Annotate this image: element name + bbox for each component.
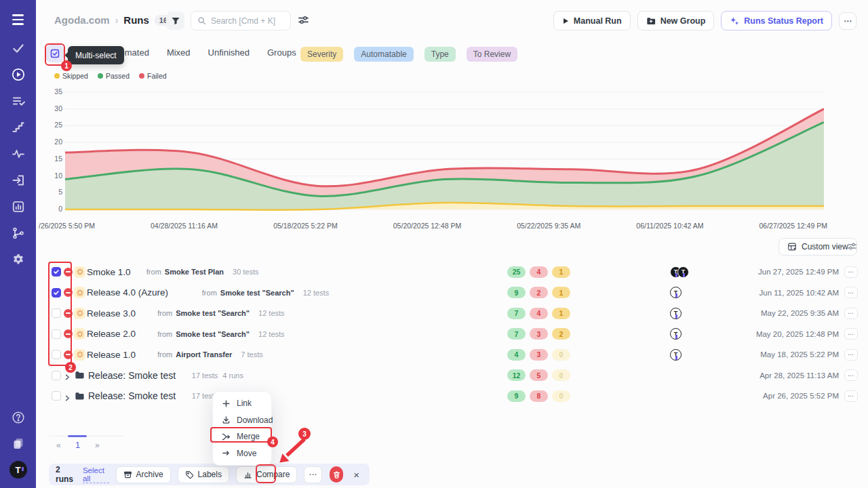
- import-icon[interactable]: [12, 174, 25, 187]
- chevron-right-icon[interactable]: [64, 371, 71, 379]
- stop-run-icon[interactable]: [64, 268, 73, 277]
- pagination-page-1[interactable]: 1: [75, 440, 80, 450]
- failed-badge: 4: [530, 266, 548, 278]
- tab-unfinished[interactable]: Unfinished: [208, 47, 250, 58]
- y-tick-label: 0: [43, 205, 62, 213]
- chart-x-axis: /26/2025 5:50 PM04/28/2025 11:16 AM05/18…: [39, 222, 827, 230]
- pagination-next[interactable]: »: [95, 441, 100, 450]
- group-checkbox[interactable]: [52, 391, 61, 401]
- view-settings-icon[interactable]: [847, 241, 857, 251]
- runs-play-icon[interactable]: [12, 68, 25, 81]
- group-more-button[interactable]: ⋯: [844, 369, 858, 381]
- chevron-right-icon[interactable]: [64, 392, 71, 400]
- stop-run-icon[interactable]: [64, 309, 73, 318]
- stop-run-icon[interactable]: [64, 288, 73, 297]
- tab-mixed[interactable]: Mixed: [167, 47, 191, 58]
- header-more-button[interactable]: ⋯: [839, 12, 856, 30]
- run-name[interactable]: Release 3.0: [87, 308, 136, 319]
- context-menu-item-merge[interactable]: Merge: [213, 428, 271, 445]
- workspace-logo[interactable]: T: [9, 461, 27, 479]
- context-menu-label: Move: [237, 449, 256, 458]
- pagination-active-indicator: [68, 435, 87, 437]
- select-all-link[interactable]: Select all: [83, 466, 109, 483]
- attribute-badge-type[interactable]: Type: [425, 47, 456, 62]
- run-name[interactable]: Smoke 1.0: [87, 267, 131, 277]
- selection-close-button[interactable]: ×: [350, 469, 363, 481]
- context-menu-item-link[interactable]: Link: [213, 395, 271, 412]
- group-name[interactable]: Release: Smoke test: [88, 370, 176, 381]
- run-more-button[interactable]: ⋯: [844, 287, 858, 298]
- group-checkbox[interactable]: [52, 371, 61, 380]
- attribute-badge-severity[interactable]: Severity: [300, 47, 343, 62]
- custom-view-button[interactable]: Custom view: [778, 238, 857, 256]
- compare-button[interactable]: Compare: [236, 466, 297, 483]
- run-checkbox[interactable]: [52, 288, 61, 298]
- run-more-button[interactable]: ⋯: [844, 328, 858, 340]
- help-icon[interactable]: [12, 411, 25, 424]
- selection-bar: 2 runs Select all ArchiveLabelsCompare ⋯…: [49, 464, 370, 485]
- avatar[interactable]: T: [670, 349, 682, 361]
- run-more-button[interactable]: ⋯: [844, 349, 858, 361]
- multi-select-button[interactable]: [46, 45, 64, 62]
- skipped-badge: 0: [552, 369, 570, 381]
- passed-badge: 9: [507, 287, 526, 298]
- menu-icon[interactable]: [12, 14, 24, 25]
- selection-more-button[interactable]: ⋯: [304, 466, 322, 483]
- run-source[interactable]: Smoke Test Plan: [165, 268, 224, 276]
- attribute-badge-automatable[interactable]: Automatable: [354, 47, 413, 62]
- avatar[interactable]: T: [670, 308, 682, 319]
- y-tick-label: 10: [43, 171, 62, 180]
- runs-status-report-button[interactable]: Runs Status Report: [721, 11, 832, 30]
- run-name[interactable]: Release 2.0: [87, 329, 136, 339]
- new-group-button[interactable]: New Group: [637, 11, 715, 30]
- group-more-button[interactable]: ⋯: [844, 390, 858, 402]
- pagination-prev[interactable]: «: [56, 441, 61, 450]
- labels-button[interactable]: Labels: [178, 466, 229, 483]
- filter-button[interactable]: [166, 12, 184, 30]
- avatar[interactable]: T: [677, 266, 689, 278]
- legend-dot: [139, 73, 144, 79]
- delete-button[interactable]: [330, 466, 343, 483]
- context-menu-item-download[interactable]: Download: [213, 412, 271, 429]
- tests-check-icon[interactable]: [12, 41, 25, 55]
- search-settings-icon[interactable]: [298, 14, 309, 26]
- docs-icon[interactable]: [12, 436, 25, 450]
- sidebar-bottom: T: [9, 399, 27, 488]
- run-source[interactable]: Smoke test "Search": [176, 309, 250, 317]
- run-more-button[interactable]: ⋯: [844, 308, 858, 319]
- attribute-badge-to-review[interactable]: To Review: [467, 47, 517, 62]
- manual-run-button[interactable]: Manual Run: [553, 11, 631, 30]
- group-name[interactable]: Release: Smoke test: [88, 390, 176, 401]
- run-checkbox[interactable]: [52, 329, 61, 339]
- settings-gear-icon[interactable]: [12, 253, 25, 266]
- avatar[interactable]: T: [670, 328, 682, 340]
- search-input[interactable]: [211, 16, 284, 26]
- x-tick-label: 05/20/2025 12:48 PM: [393, 222, 461, 230]
- run-name[interactable]: Release 1.0: [87, 350, 136, 360]
- tab-groups[interactable]: Groups: [267, 47, 296, 58]
- archive-button[interactable]: Archive: [116, 466, 171, 483]
- context-menu-item-move[interactable]: Move: [213, 445, 271, 462]
- run-checkbox[interactable]: [52, 308, 61, 318]
- test-plans-icon[interactable]: [12, 94, 25, 108]
- selection-button-label: Compare: [256, 470, 290, 479]
- run-more-button[interactable]: ⋯: [844, 266, 858, 278]
- analytics-pulse-icon[interactable]: [12, 147, 25, 161]
- branches-icon[interactable]: [12, 226, 25, 240]
- failed-badge: 3: [530, 328, 548, 340]
- breadcrumb-project[interactable]: Agoda.com: [54, 14, 110, 26]
- run-source[interactable]: Smoke test "Search": [220, 289, 294, 297]
- run-name[interactable]: Release 4.0 (Azure): [87, 287, 168, 298]
- run-source[interactable]: Airport Transfer: [176, 350, 232, 359]
- run-checkbox[interactable]: [52, 267, 61, 277]
- reports-icon[interactable]: [12, 200, 25, 214]
- stop-run-icon[interactable]: [64, 329, 73, 338]
- run-list: Smoke 1.0fromSmoke Test Plan30 tests2541…: [49, 262, 858, 407]
- avatar[interactable]: T: [670, 287, 682, 298]
- run-source[interactable]: Smoke test "Search": [176, 330, 250, 338]
- stop-run-icon[interactable]: [64, 350, 73, 359]
- breadcrumb-separator: ›: [115, 15, 119, 26]
- run-checkbox[interactable]: [52, 350, 61, 359]
- milestones-stairs-icon[interactable]: [12, 121, 25, 134]
- y-tick-label: 30: [43, 104, 62, 113]
